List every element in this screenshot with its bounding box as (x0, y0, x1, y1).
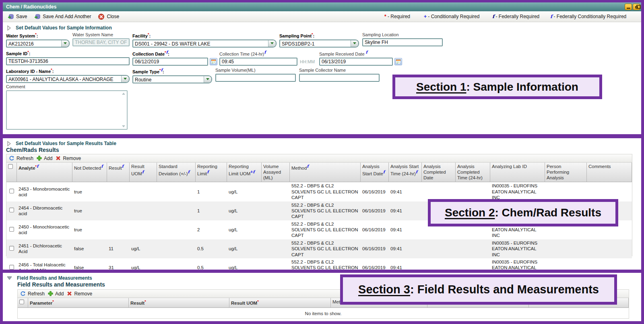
column-header-result[interactable]: Resultf (107, 162, 130, 182)
legend-federally-conditionally-required: f - Federally Conditionally Required (550, 14, 626, 19)
window-titlebar: Chem / Radionuclides (3, 2, 641, 11)
chevron-down-icon[interactable] (351, 40, 358, 47)
annotation-section-1: Section 1: Sample Information (392, 75, 602, 99)
row-checkbox[interactable] (6, 201, 17, 220)
add-button[interactable]: Add (37, 156, 52, 161)
sampling-location-input[interactable] (362, 38, 443, 46)
sample-type-field: Sample Type*f: Routine (132, 68, 212, 83)
laboratory-id-name-select[interactable]: AK00961 - ANALYTICA ALASKA - ANCHORAGE (6, 75, 130, 83)
table-cell: 2450 - Monochloroacetic acid (17, 220, 72, 239)
table-cell: ug/L (130, 239, 157, 258)
calendar-icon[interactable] (210, 58, 217, 65)
collection-time-input[interactable] (219, 58, 297, 66)
sample-id-input[interactable] (6, 57, 130, 65)
table-row[interactable]: 2453 - Monobromoacetic acidtrue1ug/L552.… (6, 182, 632, 201)
column-header-not-detected[interactable]: Not Detectedf (72, 162, 107, 182)
facility-select[interactable]: DS001 - 29942 - DS WATER LAKE (132, 39, 277, 48)
sample-type-select[interactable]: Routine (132, 75, 212, 83)
column-header-volume-assayed-ml-[interactable]: Volume Assayed (ML) (262, 162, 290, 182)
field-results-collapser[interactable]: Field Results and Measurements (7, 275, 92, 281)
water-system-field: Water System*: AK2120216 (6, 32, 70, 48)
legend-federally-required: f - Federally Required (492, 14, 539, 19)
laboratory-id-name-field: Laboratory ID - Name*: AK00961 - ANALYTI… (6, 68, 130, 83)
row-checkbox[interactable] (6, 220, 17, 239)
collapse-down-icon (7, 276, 12, 280)
checkbox-icon (19, 299, 24, 304)
column-header-result[interactable]: Result* (129, 298, 229, 308)
row-checkbox[interactable] (6, 258, 17, 270)
app-toolbar: Save Save And Add Another Close * - Requ… (3, 11, 641, 22)
plus-icon (37, 156, 42, 161)
scroll-up-icon[interactable] (122, 93, 125, 95)
scrollbar[interactable] (121, 91, 126, 129)
column-header-analysis-completed-date[interactable]: Analysis Completed Date (422, 162, 456, 182)
column-header-standard-deviation-[interactable]: Standard Deviation (+/-)f (157, 162, 196, 182)
collection-date-input[interactable] (132, 58, 208, 66)
sampling-point-label: Sampling Point*: (279, 32, 359, 38)
sample-collector-name-input[interactable] (299, 74, 380, 82)
table-cell: 09:41 (389, 220, 422, 239)
column-header-parameter[interactable]: Parameter* (28, 298, 129, 308)
column-header-reporting-limit[interactable]: Reporting Limitf (196, 162, 227, 182)
column-header-reporting-limit-uom[interactable]: Reporting Limit UOM+f (227, 162, 262, 182)
column-header-analyte[interactable]: Analyte*f (17, 162, 72, 182)
table-cell: true (72, 220, 107, 239)
comment-textarea[interactable] (6, 90, 128, 130)
collection-date-field: Collection Date*f: (132, 50, 219, 66)
table-cell: ug/L (227, 182, 262, 201)
chevron-down-icon[interactable] (204, 76, 211, 83)
refresh-button[interactable]: Refresh (20, 291, 45, 297)
table-cell (262, 239, 290, 258)
sampling-point-select[interactable]: SPDS1DBP2-1 (279, 39, 359, 48)
column-header-analysis-start-time-24-hr-[interactable]: Analysis Start Time (24-hr)f (389, 162, 422, 182)
remove-button[interactable]: Remove (67, 291, 92, 297)
remove-button[interactable]: Remove (56, 156, 81, 161)
column-header-analyzing-lab-id[interactable]: Analyzing Lab ID (490, 162, 545, 182)
refresh-button[interactable]: Refresh (9, 156, 33, 161)
chevron-down-icon[interactable] (61, 40, 69, 47)
table-cell: 09:41 (389, 239, 422, 258)
sample-info-collapser[interactable]: Set Default Values for Sample Informatio… (7, 25, 112, 31)
water-system-name-input[interactable] (72, 38, 130, 46)
sample-information-section: Chem / Radionuclides Save Save And Add A… (3, 2, 641, 134)
table-cell (157, 182, 196, 201)
restore-button[interactable] (633, 4, 640, 10)
column-header-method[interactable]: Methodf (290, 162, 361, 182)
minimize-button[interactable] (625, 4, 632, 10)
chevron-down-icon[interactable] (121, 76, 129, 82)
close-button[interactable]: Close (97, 13, 121, 21)
table-row[interactable]: 2451 - Dichloroacetic Acidfalse11ug/L0.5… (6, 239, 632, 258)
chevron-down-icon[interactable] (268, 40, 276, 47)
table-row[interactable]: 2456 - Total Haloacetic Acids (HAA5)fals… (6, 258, 632, 270)
select-all-checkbox[interactable] (6, 162, 17, 182)
table-cell: 06/16/2019 (361, 239, 389, 258)
table-cell (157, 258, 196, 270)
scroll-down-icon[interactable] (122, 125, 125, 127)
sample-volume-field: Sample Volume(ML) (215, 68, 296, 82)
table-cell (262, 220, 290, 239)
row-checkbox[interactable] (6, 182, 17, 201)
laboratory-id-name-label: Laboratory ID - Name*: (6, 68, 130, 74)
column-header-analysis-start-date[interactable]: Analysis Start Datef (361, 162, 389, 182)
column-header-result-uom[interactable]: Result UOMf (130, 162, 157, 182)
row-checkbox[interactable] (6, 239, 17, 258)
results-defaults-collapser[interactable]: Set Default Values for Sample Results Ta… (7, 141, 116, 146)
select-all-checkbox[interactable] (18, 298, 28, 308)
column-header-analysis-completed-time-24-hr-[interactable]: Analysis Completed Time (24-hr) (456, 162, 490, 182)
column-header-comments[interactable]: Comments (587, 162, 632, 182)
column-header-result-uom[interactable]: Result UOM* (229, 298, 331, 308)
sample-received-date-input[interactable] (319, 58, 393, 66)
sample-id-field: Sample ID*: (6, 50, 130, 65)
column-header-person-performing-analysis[interactable]: Person Performing Analysis (545, 162, 587, 182)
save-button[interactable]: Save (6, 13, 29, 21)
collection-time-label: Collection Time (24-hr)f (219, 50, 316, 56)
add-button[interactable]: Add (48, 291, 64, 297)
calendar-icon[interactable] (394, 58, 402, 65)
save-and-add-another-button[interactable]: Save And Add Another (33, 13, 93, 21)
water-system-select[interactable]: AK2120216 (6, 39, 70, 48)
sample-received-date-field: Sample Received Date f (319, 50, 405, 66)
legend-required: * - Required (384, 14, 410, 19)
table-cell (545, 239, 587, 258)
sample-volume-input[interactable] (215, 74, 296, 82)
table-cell: 09:41 (389, 182, 422, 201)
